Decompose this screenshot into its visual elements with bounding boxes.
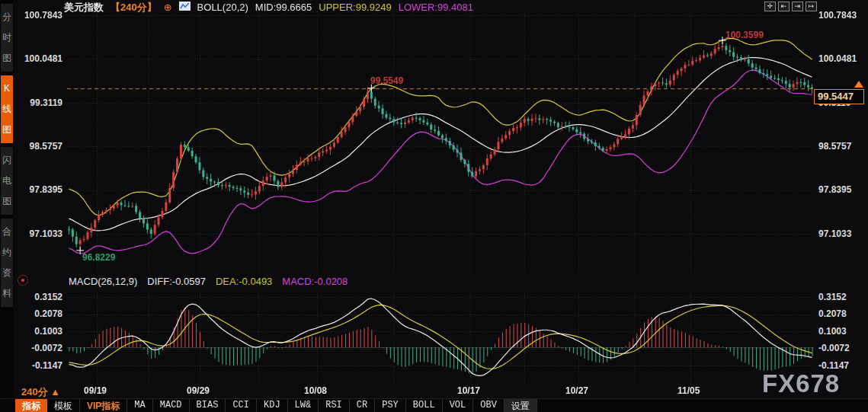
y-axis-label: 97.8395 [12, 184, 62, 195]
toolbar-item-boll[interactable]: BOLL [406, 399, 443, 412]
y-axis-label: 100.7843 [818, 10, 868, 21]
swing-low-annotation: 96.8229 [82, 252, 115, 263]
boll-upper-value: UPPER:99.9249 [319, 2, 391, 13]
macd-legend: MACD(26,12,9) DIFF:-0.0597 DEA:-0.0493 M… [69, 276, 348, 287]
interval-tag: 【240分】 [111, 1, 157, 14]
indicator-toolbar: 指标 模板 VIP指标 MA MACD BIAS CCI KDJ LW& RSI… [0, 398, 868, 412]
sidebar-tab-lightning-chart[interactable]: 闪电图 [1, 147, 13, 215]
zoom-in-icon[interactable]: ⇤ [778, 2, 790, 11]
x-axis-date-label: 11/05 [677, 385, 700, 396]
instrument-title: 美元指数 [64, 1, 104, 14]
price-marker-arrow-icon [854, 81, 863, 88]
chart-thumbnail-icon [179, 2, 191, 13]
toolbar-item-cr[interactable]: CR [350, 399, 375, 412]
x-axis-date-label: 09/29 [187, 385, 210, 396]
current-price-box: 99.5447 [814, 89, 864, 104]
macd-chart-canvas[interactable] [67, 293, 814, 385]
alert-icon[interactable] [18, 275, 28, 286]
sidebar-tab-contract-info[interactable]: 合约资料 [1, 219, 13, 307]
interval-dropdown-button[interactable]: 240分 ▲ [21, 385, 60, 399]
sidebar-tab-time-chart[interactable]: 分时图 [1, 4, 13, 72]
toolbar-item-vol[interactable]: VOL [443, 399, 474, 412]
y-axis-label: 100.0481 [12, 53, 62, 64]
macd-y-axis-label: -0.0072 [12, 343, 62, 353]
macd-diff-value: DIFF:-0.0597 [147, 276, 206, 287]
sidebar-tab-kline-chart[interactable]: K线图 [1, 75, 13, 143]
crosshair-icon[interactable]: ✛ [764, 2, 776, 11]
macd-macd-value: MACD:-0.0208 [282, 276, 348, 287]
macd-params-label: MACD(26,12,9) [69, 276, 137, 287]
toolbar-item-cci[interactable]: CCI [226, 399, 257, 412]
macd-y-axis-label: 0.3152 [12, 292, 62, 302]
macd-y-axis-label: 0.3152 [818, 292, 868, 302]
x-axis-row: 240分 ▲ 09/19 09/29 10/08 10/17 10/27 11/… [0, 384, 868, 398]
toolbar-item-kdj[interactable]: KDJ [257, 399, 288, 412]
boll-lower-value: LOWER:99.4081 [399, 2, 473, 13]
toolbar-item-bias[interactable]: BIAS [190, 399, 226, 412]
pan-right-icon[interactable]: ↦ [806, 2, 817, 11]
zoom-out-icon[interactable]: ⇥ [792, 2, 803, 11]
y-axis-label: 97.1033 [818, 228, 868, 239]
y-axis-label: 100.0481 [818, 53, 868, 64]
y-axis-label: 98.5757 [12, 141, 62, 152]
boll-label: BOLL(20,2) [197, 2, 248, 13]
toolbar-item-templates[interactable]: 模板 [47, 399, 80, 412]
y-axis-label: 97.8395 [818, 184, 868, 195]
macd-y-axis-label: -0.1147 [12, 360, 62, 371]
toolbar-item-settings[interactable]: 设置 [504, 399, 537, 412]
chart-header: 美元指数 【240分】 ⊕ BOLL(20,2) MID:99.6665 UPP… [64, 2, 473, 13]
toolbar-item-psy[interactable]: PSY [375, 399, 406, 412]
fx678-watermark: FX678 [762, 369, 840, 398]
y-axis-label: 99.3119 [12, 97, 62, 108]
toolbar-item-obv[interactable]: OBV [473, 399, 504, 412]
toolbar-item-ma[interactable]: MA [127, 399, 152, 412]
x-axis-date-label: 09/19 [84, 385, 107, 396]
main-chart-canvas[interactable] [67, 11, 814, 273]
toolbar-item-indicators[interactable]: 指标 [15, 399, 47, 412]
x-axis-date-label: 10/08 [304, 385, 327, 396]
macd-dea-value: DEA:-0.0493 [216, 276, 272, 287]
macd-y-axis-label: 0.2078 [818, 308, 868, 319]
y-axis-label: 98.5757 [818, 141, 868, 152]
add-indicator-icon[interactable]: ⊕ [164, 2, 172, 13]
toolbar-item-rsi[interactable]: RSI [319, 399, 350, 412]
boll-mid-value: MID:99.6665 [255, 2, 312, 13]
chart-application-window: 分时图 K线图 闪电图 合约资料 美元指数 【240分】 ⊕ BOLL(20,2… [0, 0, 868, 412]
chart-tool-buttons: ✛ ⇤ ⇥ ↦ [764, 2, 817, 11]
toolbar-item-macd[interactable]: MACD [153, 399, 190, 412]
swing-high-annotation: 99.5549 [370, 75, 403, 86]
toolbar-item-vip-indicators[interactable]: VIP指标 [80, 399, 127, 412]
macd-y-axis-label: 0.1003 [818, 326, 868, 337]
x-axis-date-label: 10/17 [457, 385, 480, 396]
macd-y-axis-label: 0.1003 [12, 326, 62, 337]
y-axis-label: 97.1033 [12, 228, 62, 239]
swing-high-annotation: 100.3599 [725, 30, 764, 40]
macd-y-axis-label: -0.0072 [818, 343, 868, 353]
x-axis-date-label: 10/27 [565, 385, 588, 396]
toolbar-item-lw[interactable]: LW& [288, 399, 319, 412]
macd-y-axis-label: 0.2078 [12, 308, 62, 319]
y-axis-label: 100.7843 [12, 10, 62, 21]
